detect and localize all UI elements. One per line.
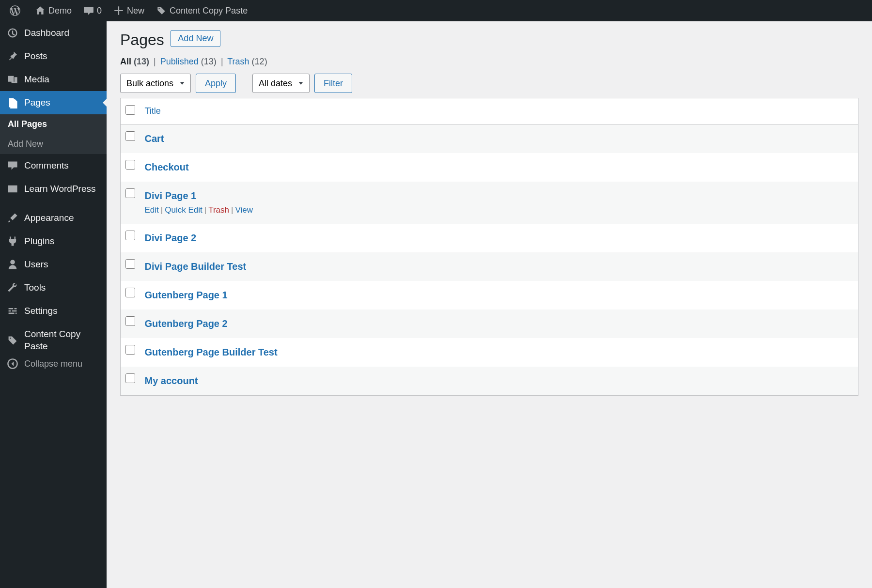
title-cell: Divi Page 2 xyxy=(140,224,858,252)
table-row: Divi Page Builder Test xyxy=(121,252,858,281)
video-icon xyxy=(7,183,18,195)
sidebar-item-media[interactable]: Media xyxy=(0,68,107,91)
page-title-link[interactable]: Checkout xyxy=(145,162,189,172)
row-check-cell xyxy=(121,338,140,367)
filter-published-count: (13) xyxy=(201,57,217,66)
submenu-item[interactable]: All Pages xyxy=(0,114,107,134)
sidebar-item-dashboard[interactable]: Dashboard xyxy=(0,21,107,45)
row-check-cell xyxy=(121,309,140,338)
sidebar-item-appearance[interactable]: Appearance xyxy=(0,206,107,230)
comments-count: 0 xyxy=(97,6,102,16)
title-cell: Gutenberg Page 2 xyxy=(140,309,858,338)
action-edit[interactable]: Edit xyxy=(145,205,159,215)
sidebar-item-label: Settings xyxy=(24,305,100,317)
sidebar-item-label: Users xyxy=(24,259,100,271)
filter-published-label: Published xyxy=(160,57,199,66)
pages-table: Title CartCheckoutDivi Page 1Edit|Quick … xyxy=(120,98,858,396)
content-copy-paste-link[interactable]: Content Copy Paste xyxy=(150,0,253,21)
sidebar-item-plugins[interactable]: Plugins xyxy=(0,230,107,253)
collapse-icon xyxy=(7,358,18,370)
content-wrap: Pages Add New All (13) | Published (13) … xyxy=(107,21,872,396)
filter-trash[interactable]: Trash (12) xyxy=(227,57,267,66)
page-title-link[interactable]: Divi Page 1 xyxy=(145,190,197,201)
table-row: My account xyxy=(121,367,858,396)
table-row: Gutenberg Page 1 xyxy=(121,281,858,309)
row-checkbox[interactable] xyxy=(125,288,135,297)
row-check-cell xyxy=(121,252,140,281)
media-icon xyxy=(7,74,18,85)
add-new-button[interactable]: Add New xyxy=(171,30,220,47)
action-view[interactable]: View xyxy=(235,205,253,215)
filter-trash-label: Trash xyxy=(227,57,249,66)
date-filter-select[interactable]: All dates xyxy=(252,74,310,93)
sidebar-item-settings[interactable]: Settings xyxy=(0,299,107,323)
site-name-label: Demo xyxy=(48,6,72,16)
tags-icon xyxy=(7,335,18,346)
new-content-menu[interactable]: New xyxy=(108,0,150,21)
sidebar-item-label: Tools xyxy=(24,282,100,294)
wp-logo-menu[interactable] xyxy=(4,0,29,21)
row-checkbox[interactable] xyxy=(125,259,135,269)
filter-all[interactable]: All (13) xyxy=(120,57,152,66)
row-check-cell xyxy=(121,124,140,154)
row-actions: Edit|Quick Edit|Trash|View xyxy=(145,205,854,215)
bulk-actions-select[interactable]: Bulk actions xyxy=(120,74,191,93)
apply-button[interactable]: Apply xyxy=(196,74,236,93)
sidebar-item-label: Comments xyxy=(24,160,100,172)
user-icon xyxy=(7,259,18,270)
sidebar-item-comments[interactable]: Comments xyxy=(0,154,107,177)
row-check-cell xyxy=(121,281,140,309)
site-name-menu[interactable]: Demo xyxy=(29,0,78,21)
action-trash[interactable]: Trash xyxy=(208,205,229,215)
collapse-label: Collapse menu xyxy=(24,359,82,369)
sidebar-item-label: Media xyxy=(24,74,100,86)
row-checkbox[interactable] xyxy=(125,345,135,355)
row-checkbox[interactable] xyxy=(125,316,135,326)
sliders-icon xyxy=(7,305,18,317)
table-row: Cart xyxy=(121,124,858,154)
action-quick-edit[interactable]: Quick Edit xyxy=(165,205,202,215)
comments-menu[interactable]: 0 xyxy=(78,0,108,21)
pin-icon xyxy=(7,50,18,62)
page-title-link[interactable]: Gutenberg Page Builder Test xyxy=(145,347,278,357)
page-title-link[interactable]: Divi Page Builder Test xyxy=(145,261,247,272)
row-checkbox[interactable] xyxy=(125,373,135,383)
select-all-checkbox[interactable] xyxy=(125,105,135,115)
sidebar-item-users[interactable]: Users xyxy=(0,253,107,276)
table-nav: Bulk actions Apply All dates Filter xyxy=(120,74,858,93)
row-checkbox[interactable] xyxy=(125,231,135,240)
sidebar-item-ccp[interactable]: Content Copy Paste xyxy=(0,328,107,352)
title-cell: Gutenberg Page 1 xyxy=(140,281,858,309)
title-cell: Divi Page 1Edit|Quick Edit|Trash|View xyxy=(140,182,858,224)
page-title-link[interactable]: Gutenberg Page 2 xyxy=(145,318,228,329)
sidebar-item-learn[interactable]: Learn WordPress xyxy=(0,177,107,201)
dashboard-icon xyxy=(7,27,18,39)
sidebar-item-posts[interactable]: Posts xyxy=(0,45,107,68)
row-checkbox[interactable] xyxy=(125,160,135,170)
admin-menu: DashboardPostsMediaPagesAll PagesAdd New… xyxy=(0,21,107,588)
page-title-link[interactable]: Cart xyxy=(145,133,164,144)
page-title-link[interactable]: My account xyxy=(145,375,198,386)
collapse-menu-button[interactable]: Collapse menu xyxy=(0,352,107,375)
row-check-cell xyxy=(121,224,140,252)
page-title-link[interactable]: Divi Page 2 xyxy=(145,232,197,243)
table-row: Gutenberg Page 2 xyxy=(121,309,858,338)
tag-icon xyxy=(156,5,167,16)
row-check-cell xyxy=(121,367,140,396)
sidebar-item-pages[interactable]: Pages xyxy=(0,91,107,114)
sidebar-item-label: Pages xyxy=(24,97,100,109)
filter-button[interactable]: Filter xyxy=(314,74,352,93)
title-cell: Divi Page Builder Test xyxy=(140,252,858,281)
wrench-icon xyxy=(7,282,18,294)
submenu-item[interactable]: Add New xyxy=(0,134,107,154)
admin-bar: Demo 0 New Content Copy Paste xyxy=(0,0,872,21)
row-checkbox[interactable] xyxy=(125,188,135,198)
page-title-link[interactable]: Gutenberg Page 1 xyxy=(145,290,228,300)
title-cell: Checkout xyxy=(140,153,858,182)
status-filters: All (13) | Published (13) | Trash (12) xyxy=(120,57,858,67)
filter-published[interactable]: Published (13) xyxy=(160,57,219,66)
title-col-header[interactable]: Title xyxy=(140,98,858,124)
sidebar-item-tools[interactable]: Tools xyxy=(0,276,107,299)
ccp-label: Content Copy Paste xyxy=(170,6,248,16)
row-checkbox[interactable] xyxy=(125,131,135,141)
